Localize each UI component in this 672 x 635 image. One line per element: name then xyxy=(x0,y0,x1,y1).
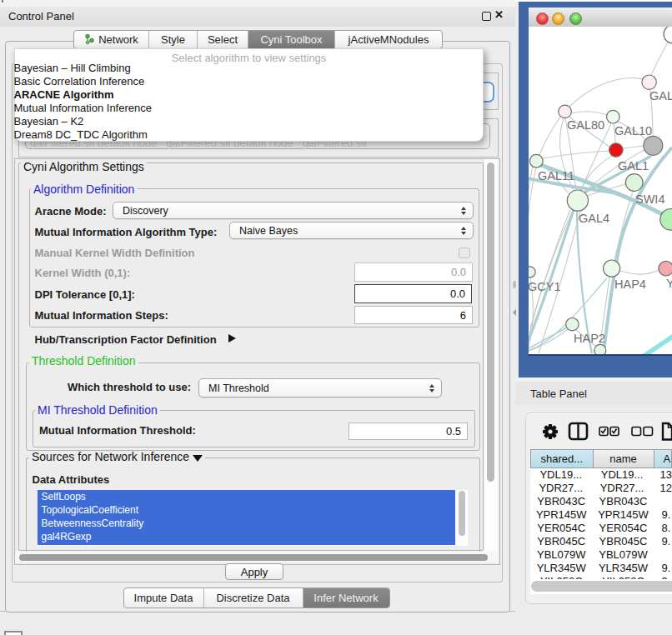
svg-text:HAP4: HAP4 xyxy=(614,278,646,291)
svg-text:GAL: GAL xyxy=(649,89,672,102)
svg-text:HAP2: HAP2 xyxy=(574,332,605,345)
svg-text:Y: Y xyxy=(666,277,672,290)
svg-text:GAL1: GAL1 xyxy=(618,159,649,172)
svg-text:GAL80: GAL80 xyxy=(567,118,604,132)
svg-text:GCY1: GCY1 xyxy=(529,280,561,293)
svg-text:GAL10: GAL10 xyxy=(614,124,652,138)
svg-text:GAL4: GAL4 xyxy=(579,212,609,225)
svg-text:GAL11: GAL11 xyxy=(538,169,574,182)
svg-text:SWI4: SWI4 xyxy=(635,192,664,206)
